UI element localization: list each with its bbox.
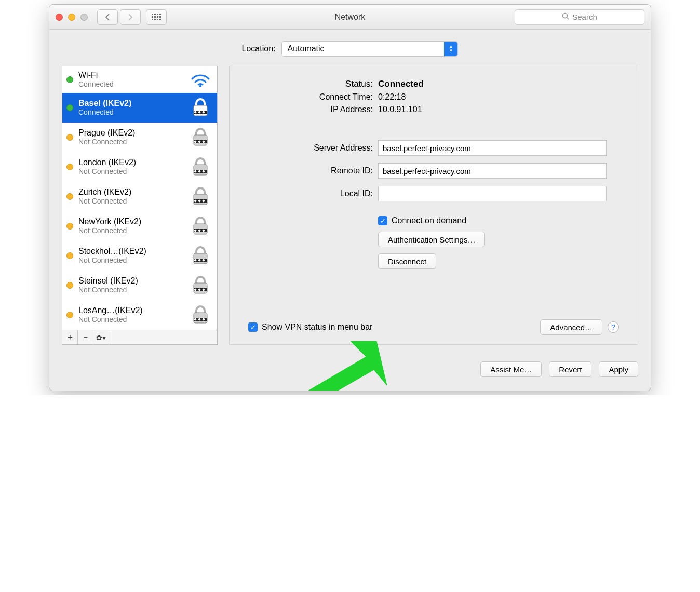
- connect-on-demand-label: Connect on demand: [392, 216, 466, 225]
- location-select[interactable]: Automatic ▲▼: [281, 41, 458, 57]
- svg-point-14: [199, 85, 201, 87]
- location-label: Location:: [242, 44, 276, 53]
- service-state: Not Connected: [78, 286, 184, 294]
- lock-icon: [189, 127, 212, 147]
- forward-button[interactable]: [120, 9, 141, 25]
- service-row[interactable]: Steinsel (IKEv2)Not Connected: [62, 271, 217, 300]
- minimize-window-button[interactable]: [68, 14, 75, 21]
- service-row[interactable]: London (IKEv2)Not Connected: [62, 152, 217, 182]
- service-state: Connected: [78, 80, 184, 88]
- status-dot-icon: [66, 76, 73, 83]
- help-button[interactable]: ?: [608, 321, 619, 333]
- ip-address-label: IP Address:: [248, 105, 373, 114]
- search-input[interactable]: Search: [515, 9, 644, 25]
- show-vpn-status-label: Show VPN status in menu bar: [262, 322, 372, 332]
- detail-bottom-row: ✓ Show VPN status in menu bar Advanced… …: [248, 319, 619, 335]
- status-dot-icon: [66, 312, 73, 318]
- connect-on-demand-row[interactable]: ✓ Connect on demand: [378, 216, 619, 225]
- service-state: Not Connected: [78, 138, 184, 146]
- traffic-lights: [56, 14, 88, 21]
- add-service-button[interactable]: ＋: [62, 330, 78, 344]
- status-dot-icon: [66, 252, 73, 259]
- disconnect-button[interactable]: Disconnect: [378, 253, 436, 269]
- svg-rect-4: [152, 16, 153, 18]
- status-block: Status: Connected Connect Time: 0:22:18 …: [248, 79, 619, 117]
- status-dot-icon: [66, 282, 73, 289]
- lock-icon: [189, 304, 212, 325]
- status-dot-icon: [66, 164, 73, 170]
- status-dot-icon: [66, 193, 73, 200]
- status-value: Connected: [378, 79, 424, 89]
- svg-point-12: [563, 14, 568, 18]
- service-name: Steinsel (IKEv2): [78, 276, 184, 286]
- show-all-button[interactable]: [146, 9, 167, 25]
- service-state: Not Connected: [78, 226, 184, 235]
- back-button[interactable]: [97, 9, 118, 25]
- server-address-input[interactable]: [378, 140, 607, 156]
- remote-id-label: Remote ID:: [248, 166, 373, 176]
- local-id-label: Local ID:: [248, 189, 373, 198]
- network-preferences-window: Network Search Location: Automatic ▲▼ Wi…: [49, 4, 651, 391]
- service-name: Zurich (IKEv2): [78, 187, 184, 197]
- svg-rect-7: [159, 16, 161, 18]
- svg-rect-1: [154, 14, 156, 15]
- service-toolbar: ＋ － ✿▾: [62, 330, 217, 344]
- lock-icon: [189, 97, 212, 118]
- svg-rect-11: [159, 19, 161, 20]
- service-state: Not Connected: [78, 167, 184, 176]
- authentication-settings-button[interactable]: Authentication Settings…: [378, 232, 485, 247]
- service-list[interactable]: Wi-FiConnectedBasel (IKEv2)Connected Pra…: [62, 66, 217, 330]
- service-name: Prague (IKEv2): [78, 128, 184, 138]
- location-row: Location: Automatic ▲▼: [49, 30, 651, 66]
- location-value: Automatic: [287, 44, 324, 53]
- show-vpn-status-checkbox[interactable]: ✓: [248, 322, 258, 332]
- detail-panel: Status: Connected Connect Time: 0:22:18 …: [229, 66, 638, 345]
- search-placeholder: Search: [572, 12, 597, 21]
- status-label: Status:: [248, 79, 373, 89]
- service-row[interactable]: Wi-FiConnected: [62, 66, 217, 93]
- status-dot-icon: [66, 104, 73, 111]
- svg-rect-2: [157, 14, 158, 15]
- connect-on-demand-checkbox[interactable]: ✓: [378, 216, 387, 225]
- lock-icon: [189, 245, 212, 266]
- service-action-menu[interactable]: ✿▾: [93, 330, 109, 344]
- service-row[interactable]: Basel (IKEv2)Connected: [62, 93, 217, 123]
- service-row[interactable]: LosAng…(IKEv2)Not Connected: [62, 300, 217, 330]
- search-icon: [562, 12, 569, 21]
- service-row[interactable]: Zurich (IKEv2)Not Connected: [62, 182, 217, 211]
- svg-rect-0: [152, 14, 153, 15]
- revert-button[interactable]: Revert: [549, 361, 591, 377]
- local-id-input[interactable]: [378, 186, 607, 201]
- svg-line-13: [567, 18, 569, 20]
- ip-address-value: 10.0.91.101: [378, 105, 422, 114]
- content: Wi-FiConnectedBasel (IKEv2)Connected Pra…: [49, 66, 651, 354]
- footer: Assist Me… Revert Apply: [49, 354, 651, 391]
- lock-icon: [189, 216, 212, 236]
- service-name: London (IKEv2): [78, 158, 184, 167]
- service-name: LosAng…(IKEv2): [78, 306, 184, 315]
- apply-button[interactable]: Apply: [599, 361, 638, 377]
- remote-id-input[interactable]: [378, 163, 607, 179]
- service-row[interactable]: NewYork (IKEv2)Not Connected: [62, 211, 217, 241]
- status-dot-icon: [66, 134, 73, 141]
- svg-rect-10: [157, 19, 158, 20]
- service-row[interactable]: Prague (IKEv2)Not Connected: [62, 123, 217, 152]
- connect-time-label: Connect Time:: [248, 92, 373, 102]
- wifi-icon: [189, 72, 212, 87]
- svg-rect-3: [159, 14, 161, 15]
- zoom-window-button[interactable]: [80, 14, 88, 21]
- svg-rect-6: [157, 16, 158, 18]
- assist-me-button[interactable]: Assist Me…: [480, 361, 542, 377]
- service-row[interactable]: Stockhol…(IKEv2)Not Connected: [62, 241, 217, 271]
- service-name: Wi-Fi: [78, 71, 184, 80]
- service-name: Stockhol…(IKEv2): [78, 247, 184, 256]
- connect-time-value: 0:22:18: [378, 92, 406, 102]
- lock-icon: [189, 186, 212, 207]
- service-state: Connected: [78, 108, 184, 116]
- form-rows: Server Address: Remote ID: Local ID:: [248, 140, 619, 209]
- advanced-button[interactable]: Advanced…: [540, 319, 602, 335]
- select-stepper-icon: ▲▼: [444, 42, 457, 56]
- remove-service-button[interactable]: －: [78, 330, 93, 344]
- close-window-button[interactable]: [56, 14, 63, 21]
- service-sidebar: Wi-FiConnectedBasel (IKEv2)Connected Pra…: [62, 66, 218, 345]
